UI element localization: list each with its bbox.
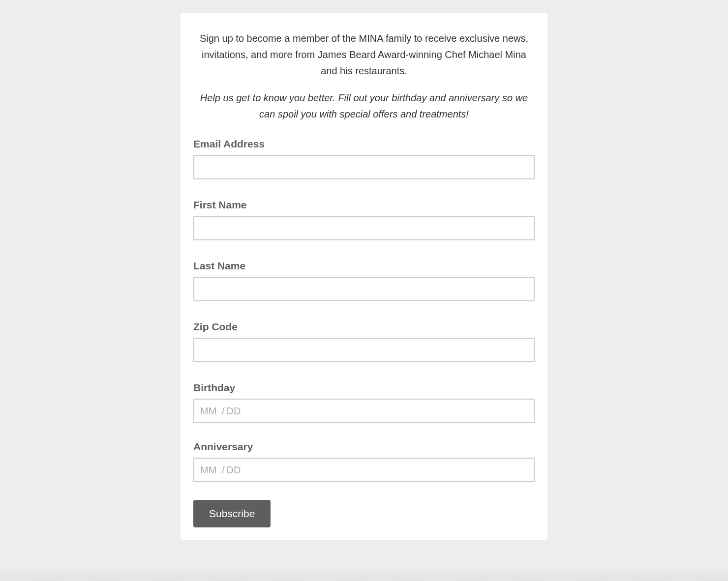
birthday-month-field[interactable] [200, 406, 220, 417]
first-name-field[interactable] [193, 216, 535, 240]
anniversary-label: Anniversary [193, 441, 535, 453]
button-row: Subscribe [193, 500, 535, 527]
birthday-day-field[interactable] [227, 406, 246, 417]
anniversary-separator: / [222, 465, 225, 476]
anniversary-day-field[interactable] [227, 465, 246, 476]
last-name-group: Last Name [193, 260, 535, 301]
birthday-input-wrapper[interactable]: / [193, 399, 535, 423]
anniversary-group: Anniversary / [193, 441, 535, 482]
subscribe-button[interactable]: Subscribe [193, 500, 271, 527]
intro-text: Sign up to become a member of the MINA f… [193, 30, 535, 79]
email-group: Email Address [193, 138, 535, 179]
anniversary-month-field[interactable] [200, 465, 220, 476]
signup-form-card: Sign up to become a member of the MINA f… [181, 13, 547, 540]
birthday-separator: / [222, 406, 225, 417]
first-name-group: First Name [193, 199, 535, 240]
email-field[interactable] [193, 155, 535, 179]
zip-code-group: Zip Code [193, 321, 535, 362]
birthday-label: Birthday [193, 382, 535, 394]
zip-code-field[interactable] [193, 338, 535, 362]
last-name-field[interactable] [193, 277, 535, 301]
help-text: Help us get to know you better. Fill out… [193, 90, 535, 122]
email-label: Email Address [193, 138, 535, 150]
zip-code-label: Zip Code [193, 321, 535, 333]
anniversary-input-wrapper[interactable]: / [193, 458, 535, 482]
birthday-group: Birthday / [193, 382, 535, 423]
last-name-label: Last Name [193, 260, 535, 272]
first-name-label: First Name [193, 199, 535, 211]
